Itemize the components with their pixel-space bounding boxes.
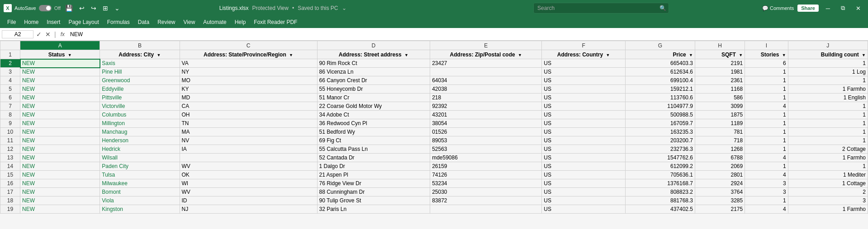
cell-price[interactable]: 699100.4 xyxy=(625,76,695,85)
cell-state[interactable]: IA xyxy=(180,145,317,154)
table-row[interactable]: 6 NEW Pittsville MD 51 Manor Cr 218 US 1… xyxy=(0,93,868,102)
cell-status[interactable]: NEW xyxy=(20,119,100,128)
header-city[interactable]: Address: City ▼ xyxy=(100,50,180,59)
cell-zip[interactable]: 83872 xyxy=(430,196,542,205)
menu-home[interactable]: Home xyxy=(20,18,42,26)
col-header-I[interactable]: I xyxy=(745,41,788,50)
cell-state[interactable]: OK xyxy=(180,171,317,179)
cell-zip[interactable]: 38054 xyxy=(430,119,542,128)
cell-stories[interactable]: 3 xyxy=(745,188,788,196)
checkmark-icon[interactable]: ✓ xyxy=(35,31,43,38)
cell-street[interactable]: 76 Ridge View Dr xyxy=(317,179,430,188)
cell-city[interactable]: Milwaukee xyxy=(100,179,180,188)
cell-building[interactable]: 2 Cottage xyxy=(788,145,868,154)
cell-building[interactable]: 1 Mediter xyxy=(788,171,868,179)
cell-country[interactable]: US xyxy=(542,119,625,128)
cell-price[interactable]: 612099.2 xyxy=(625,162,695,171)
cell-stories[interactable]: 1 xyxy=(745,119,788,128)
cell-zip[interactable]: 218 xyxy=(430,93,542,102)
cell-stories[interactable]: 1 xyxy=(745,196,788,205)
cell-city[interactable]: Viola xyxy=(100,196,180,205)
header-stories[interactable]: Stories ▼ xyxy=(745,50,788,59)
undo-button[interactable]: ↩ xyxy=(77,4,86,13)
cell-country[interactable]: US xyxy=(542,59,625,68)
minimize-button[interactable]: ─ xyxy=(822,0,834,16)
table-row[interactable]: 13 NEW Wilsall 52 Cantada Dr mde59086 US… xyxy=(0,154,868,162)
cell-stories[interactable]: 1 xyxy=(745,145,788,154)
cell-status[interactable]: NEW xyxy=(20,179,100,188)
cell-zip[interactable]: mde59086 xyxy=(430,154,542,162)
cell-city[interactable]: Kingston xyxy=(100,205,180,214)
table-row[interactable]: 8 NEW Columbus OH 34 Adobe Ct 43201 US 5… xyxy=(0,111,868,119)
col-header-E[interactable]: E xyxy=(430,41,542,50)
cell-city[interactable]: Pine Hill xyxy=(100,68,180,76)
menu-review[interactable]: Review xyxy=(154,18,179,26)
cell-state[interactable]: CA xyxy=(180,102,317,111)
table-row[interactable]: 5 NEW Eddyville KY 55 Honeycomb Dr 42038… xyxy=(0,85,868,93)
cell-state[interactable]: WI xyxy=(180,179,317,188)
cell-sqft[interactable]: 586 xyxy=(695,93,745,102)
table-row[interactable]: 9 NEW Millington TN 36 Redwood Cyn Pl 38… xyxy=(0,119,868,128)
cell-state[interactable]: NV xyxy=(180,136,317,145)
cell-building[interactable]: 1 xyxy=(788,162,868,171)
cell-price[interactable]: 159212.1 xyxy=(625,85,695,93)
cell-stories[interactable]: 1 xyxy=(745,162,788,171)
cell-zip[interactable]: 52563 xyxy=(430,145,542,154)
cell-city[interactable]: Wilsall xyxy=(100,154,180,162)
filter-arrow-status[interactable]: ▼ xyxy=(68,53,72,57)
cell-city[interactable]: Hedrick xyxy=(100,145,180,154)
table-row[interactable]: 11 NEW Henderson NV 69 Fig Ct 89053 US 2… xyxy=(0,136,868,145)
cell-price[interactable]: 808823.2 xyxy=(625,188,695,196)
restore-button[interactable]: ⧉ xyxy=(837,0,849,16)
cell-building[interactable]: 1 Farmho xyxy=(788,85,868,93)
filter-arrow-zip[interactable]: ▼ xyxy=(518,53,522,57)
header-sqft[interactable]: SQFT ▼ xyxy=(695,50,745,59)
cell-status[interactable]: NEW xyxy=(20,145,100,154)
header-zip[interactable]: Address: Zip/Postal code ▼ xyxy=(430,50,542,59)
cell-city[interactable]: Saxis xyxy=(100,59,180,68)
cell-sqft[interactable]: 3285 xyxy=(695,196,745,205)
cell-sqft[interactable]: 2801 xyxy=(695,171,745,179)
comments-button[interactable]: 💬 Comments xyxy=(762,5,794,11)
cell-price[interactable]: 612634.6 xyxy=(625,68,695,76)
table-row[interactable]: 12 NEW Hedrick IA 55 Calcutta Pass Ln 52… xyxy=(0,145,868,154)
cell-state[interactable]: WV xyxy=(180,188,317,196)
cell-price[interactable]: 500988.5 xyxy=(625,111,695,119)
search-input[interactable] xyxy=(533,3,669,14)
cell-stories[interactable]: 6 xyxy=(745,59,788,68)
cell-building[interactable]: 3 xyxy=(788,196,868,205)
cell-price[interactable]: 665403.3 xyxy=(625,59,695,68)
cell-price[interactable]: 113760.6 xyxy=(625,93,695,102)
cell-price[interactable]: 163235.3 xyxy=(625,128,695,136)
cell-country[interactable]: US xyxy=(542,136,625,145)
filter-arrow-city[interactable]: ▼ xyxy=(157,53,161,57)
table-row[interactable]: 18 NEW Viola ID 90 Tulip Grove St 83872 … xyxy=(0,196,868,205)
cell-state[interactable]: WV xyxy=(180,162,317,171)
cell-zip[interactable] xyxy=(430,68,542,76)
cell-price[interactable]: 1104977.9 xyxy=(625,102,695,111)
cell-sqft[interactable]: 3099 xyxy=(695,102,745,111)
cell-city[interactable]: Millington xyxy=(100,119,180,128)
fx-button[interactable]: fx xyxy=(59,31,66,37)
cell-sqft[interactable]: 718 xyxy=(695,136,745,145)
col-header-C[interactable]: C xyxy=(180,41,317,50)
cell-sqft[interactable]: 2361 xyxy=(695,76,745,85)
cell-building[interactable]: 1 Log xyxy=(788,68,868,76)
more-button[interactable]: ⌄ xyxy=(113,4,122,13)
cell-building[interactable]: 1 xyxy=(788,128,868,136)
cell-building[interactable]: 1 Farmho xyxy=(788,205,868,214)
menu-file[interactable]: File xyxy=(4,18,19,26)
autosave-toggle[interactable] xyxy=(39,5,52,11)
cell-stories[interactable]: 4 xyxy=(745,205,788,214)
cell-country[interactable]: US xyxy=(542,85,625,93)
cell-street[interactable]: 86 Vicenza Ln xyxy=(317,68,430,76)
cell-street[interactable]: 88 Cunningham Dr xyxy=(317,188,430,196)
cell-stories[interactable]: 1 xyxy=(745,85,788,93)
table-row[interactable]: 7 NEW Victorville CA 22 Coarse Gold Moto… xyxy=(0,102,868,111)
cell-city[interactable]: Greenwood xyxy=(100,76,180,85)
cell-stories[interactable]: 1 xyxy=(745,128,788,136)
menu-automate[interactable]: Automate xyxy=(199,18,230,26)
cell-price[interactable]: 1547762.6 xyxy=(625,154,695,162)
cell-country[interactable]: US xyxy=(542,111,625,119)
cell-street[interactable]: 1 Dalgo Dr xyxy=(317,162,430,171)
